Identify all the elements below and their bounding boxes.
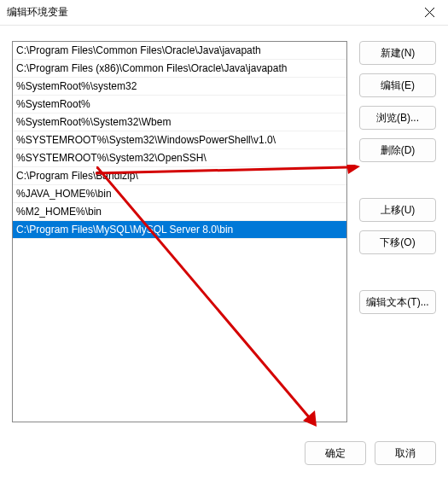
window-title: 编辑环境变量	[7, 5, 417, 20]
main-area: C:\Program Files\Common Files\Oracle\Jav…	[12, 41, 436, 422]
move-up-button[interactable]: 上移(U)	[359, 198, 436, 222]
close-icon[interactable]	[417, 3, 441, 23]
list-item[interactable]: %SYSTEMROOT%\System32\WindowsPowerShell\…	[13, 131, 346, 149]
list-item[interactable]: %SystemRoot%	[13, 96, 346, 113]
new-button[interactable]: 新建(N)	[359, 41, 436, 65]
titlebar: 编辑环境变量	[0, 0, 448, 26]
content-area: C:\Program Files\Common Files\Oracle\Jav…	[0, 26, 448, 477]
browse-button[interactable]: 浏览(B)...	[359, 106, 436, 130]
path-listbox[interactable]: C:\Program Files\Common Files\Oracle\Jav…	[12, 41, 347, 422]
move-down-button[interactable]: 下移(O)	[359, 230, 436, 254]
list-item[interactable]: %SYSTEMROOT%\System32\OpenSSH\	[13, 149, 346, 167]
cancel-button[interactable]: 取消	[375, 441, 436, 465]
side-button-panel: 新建(N) 编辑(E) 浏览(B)... 删除(D) 上移(U) 下移(O) 编…	[359, 41, 436, 422]
list-item[interactable]: C:\Program Files (x86)\Common Files\Orac…	[13, 60, 346, 78]
list-item[interactable]: %M2_HOME%\bin	[13, 203, 346, 221]
footer-buttons: 确定 取消	[305, 441, 436, 465]
ok-button[interactable]: 确定	[305, 441, 366, 465]
delete-button[interactable]: 删除(D)	[359, 138, 436, 162]
list-item-selected[interactable]: C:\Program Files\MySQL\MySQL Server 8.0\…	[13, 221, 346, 239]
edit-text-button[interactable]: 编辑文本(T)...	[359, 290, 436, 314]
list-item[interactable]: %SystemRoot%\system32	[13, 78, 346, 96]
edit-button[interactable]: 编辑(E)	[359, 73, 436, 97]
list-item[interactable]: C:\Program Files\Common Files\Oracle\Jav…	[13, 42, 346, 60]
list-item[interactable]: %SystemRoot%\System32\Wbem	[13, 113, 346, 131]
list-item[interactable]: C:\Program Files\Bandizip\	[13, 167, 346, 185]
list-item[interactable]: %JAVA_HOME%\bin	[13, 185, 346, 203]
